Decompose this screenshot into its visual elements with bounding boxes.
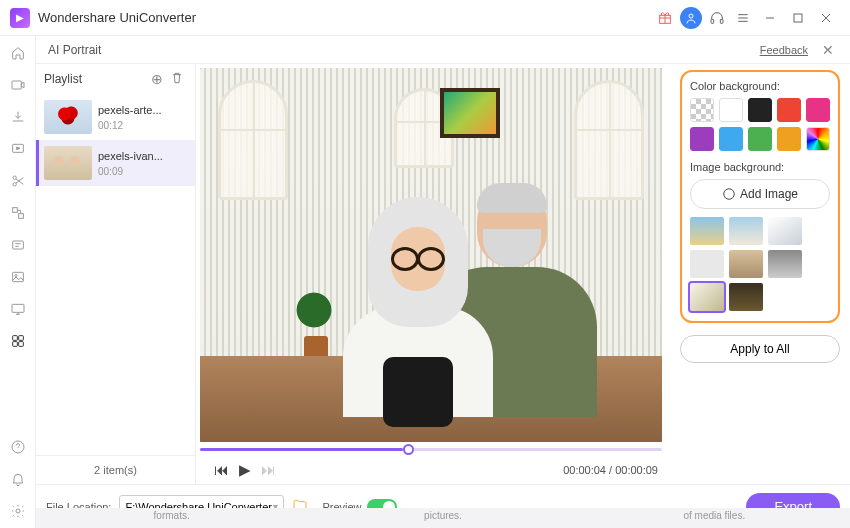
video-icon[interactable] xyxy=(9,76,27,94)
playlist-thumbnail xyxy=(44,146,92,180)
swatch-custom[interactable] xyxy=(806,127,830,151)
swatch-transparent[interactable] xyxy=(690,98,714,122)
close-panel-icon[interactable]: ✕ xyxy=(818,42,838,58)
svg-rect-9 xyxy=(12,208,17,213)
image-icon[interactable] xyxy=(9,268,27,286)
swatch-red[interactable] xyxy=(777,98,801,122)
title-bar: Wondershare UniConverter xyxy=(0,0,850,36)
menu-icon[interactable] xyxy=(730,5,756,31)
left-nav xyxy=(0,36,36,528)
svg-rect-5 xyxy=(12,81,21,89)
svg-rect-3 xyxy=(720,19,723,23)
bg-thumb[interactable] xyxy=(690,217,724,245)
prev-button[interactable]: ⏮ xyxy=(214,461,229,479)
seek-bar[interactable] xyxy=(200,442,662,456)
download-icon[interactable] xyxy=(9,108,27,126)
svg-rect-17 xyxy=(12,342,17,347)
user-icon[interactable] xyxy=(680,7,702,29)
hint-text: pictures. xyxy=(307,508,578,528)
apps-icon[interactable] xyxy=(9,332,27,350)
video-preview[interactable] xyxy=(200,68,662,442)
playlist-thumbnail xyxy=(44,100,92,134)
bg-thumb[interactable] xyxy=(768,217,802,245)
svg-point-1 xyxy=(689,14,693,18)
screen-icon[interactable] xyxy=(9,300,27,318)
panel-title: AI Portrait xyxy=(48,43,101,57)
color-bg-label: Color background: xyxy=(690,80,830,92)
svg-rect-4 xyxy=(794,14,802,22)
help-icon[interactable] xyxy=(9,438,27,456)
svg-point-20 xyxy=(16,509,20,513)
delete-icon[interactable] xyxy=(167,70,187,89)
time-current: 00:00:04 xyxy=(563,464,606,476)
background-options: Color background: Image background: xyxy=(680,70,840,323)
svg-rect-16 xyxy=(18,336,23,341)
playlist-item-name: pexels-ivan... xyxy=(98,150,187,162)
settings-icon[interactable] xyxy=(9,502,27,520)
panel-header: AI Portrait Feedback ✕ xyxy=(36,36,850,64)
options-panel: Color background: Image background: xyxy=(670,64,850,484)
home-icon[interactable] xyxy=(9,44,27,62)
maximize-button[interactable] xyxy=(784,4,812,32)
background-hints: formats. pictures. of media files. xyxy=(36,508,850,528)
apply-all-button[interactable]: Apply to All xyxy=(680,335,840,363)
timecode: 00:00:04 / 00:00:09 xyxy=(563,464,658,476)
playlist-item-time: 00:09 xyxy=(98,166,187,177)
bg-thumb[interactable] xyxy=(729,250,763,278)
swatch-green[interactable] xyxy=(748,127,772,151)
add-image-label: Add Image xyxy=(740,187,798,201)
playlist-count: 2 item(s) xyxy=(36,455,195,484)
next-button[interactable]: ⏭ xyxy=(261,461,276,479)
playlist-item[interactable]: pexels-ivan... 00:09 xyxy=(36,140,195,186)
hint-text: formats. xyxy=(36,508,307,528)
swatch-yellow[interactable] xyxy=(777,127,801,151)
time-total: 00:00:09 xyxy=(615,464,658,476)
playlist-item[interactable]: pexels-arte... 00:12 xyxy=(36,94,195,140)
swatch-blue[interactable] xyxy=(719,127,743,151)
bg-thumb[interactable] xyxy=(768,250,802,278)
playlist-item-time: 00:12 xyxy=(98,120,187,131)
svg-point-7 xyxy=(13,176,16,179)
playback-controls: ⏮ ▶ ⏭ 00:00:04 / 00:00:09 xyxy=(200,456,662,484)
preview-column: ⏮ ▶ ⏭ 00:00:04 / 00:00:09 xyxy=(196,64,670,484)
minimize-button[interactable] xyxy=(756,4,784,32)
player-icon[interactable] xyxy=(9,140,27,158)
svg-rect-18 xyxy=(18,342,23,347)
add-image-button[interactable]: Add Image xyxy=(690,179,830,209)
image-bg-label: Image background: xyxy=(690,161,830,173)
swatch-white[interactable] xyxy=(719,98,743,122)
svg-rect-15 xyxy=(12,336,17,341)
compress-icon[interactable] xyxy=(9,236,27,254)
bg-thumb[interactable] xyxy=(690,250,724,278)
swatch-pink[interactable] xyxy=(806,98,830,122)
bg-thumb[interactable] xyxy=(690,283,724,311)
swatch-black[interactable] xyxy=(748,98,772,122)
bg-thumb[interactable] xyxy=(729,283,763,311)
feedback-link[interactable]: Feedback xyxy=(760,44,808,56)
bell-icon[interactable] xyxy=(9,470,27,488)
bg-thumb[interactable] xyxy=(729,217,763,245)
color-swatches xyxy=(690,98,830,151)
svg-rect-2 xyxy=(711,19,714,23)
gift-icon[interactable] xyxy=(652,5,678,31)
svg-rect-10 xyxy=(18,214,23,219)
playlist-column: Playlist ⊕ pexels-arte... 00:12 xyxy=(36,64,196,484)
swatch-purple[interactable] xyxy=(690,127,714,151)
add-media-icon[interactable]: ⊕ xyxy=(147,71,167,87)
scissors-icon[interactable] xyxy=(9,172,27,190)
playlist-item-name: pexels-arte... xyxy=(98,104,187,116)
background-thumbs xyxy=(690,217,830,311)
merge-icon[interactable] xyxy=(9,204,27,222)
seek-thumb[interactable] xyxy=(403,444,414,455)
playlist-title: Playlist xyxy=(44,72,82,86)
hint-text: of media files. xyxy=(579,508,850,528)
svg-rect-11 xyxy=(12,241,23,249)
svg-rect-14 xyxy=(12,304,24,312)
headset-icon[interactable] xyxy=(704,5,730,31)
app-logo xyxy=(10,8,30,28)
svg-rect-12 xyxy=(12,272,23,281)
close-button[interactable] xyxy=(812,4,840,32)
app-name: Wondershare UniConverter xyxy=(38,10,196,25)
play-button[interactable]: ▶ xyxy=(239,461,251,479)
svg-point-8 xyxy=(13,183,16,186)
